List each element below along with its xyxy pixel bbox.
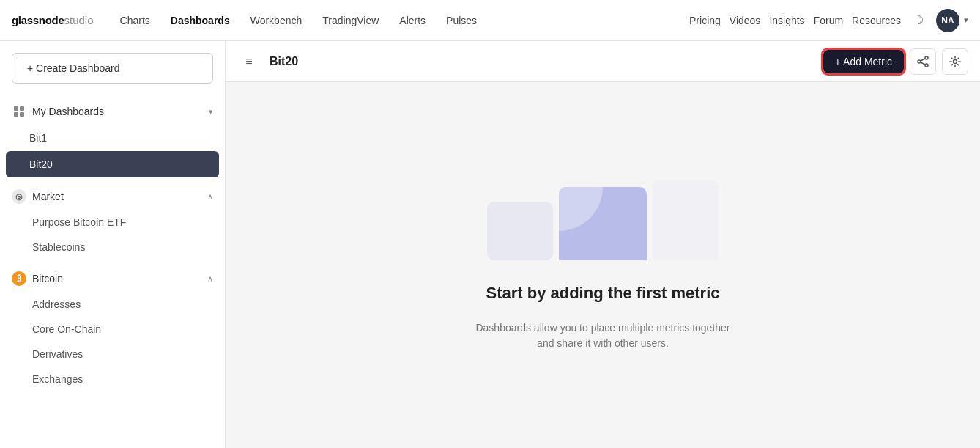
- user-menu[interactable]: NA ▾: [936, 9, 968, 32]
- nav-right: Pricing Videos Insights Forum Resources …: [689, 9, 968, 32]
- market-category: ◎ Market ∧ Purpose Bitcoin ETF Stablecoi…: [0, 183, 225, 260]
- logo-text: glassnode: [12, 14, 64, 26]
- avatar[interactable]: NA: [936, 9, 959, 32]
- header-actions: + Add Metric: [823, 48, 968, 75]
- bitcoin-category-header[interactable]: ₿ Bitcoin ∧: [0, 265, 225, 292]
- main-header: ≡ Bit20 + Add Metric: [226, 41, 980, 82]
- nav-charts[interactable]: Charts: [111, 10, 159, 31]
- nav-alerts[interactable]: Alerts: [390, 10, 434, 31]
- sidebar: + Create Dashboard My Dashboards ▾ Bit1 …: [0, 41, 226, 448]
- svg-line-8: [921, 62, 925, 65]
- bitcoin-category: ₿ Bitcoin ∧ Addresses Core On-Chain Deri…: [0, 265, 225, 392]
- dashboard-bit1[interactable]: Bit1: [6, 125, 219, 151]
- nav-workbench[interactable]: Workbench: [242, 10, 311, 31]
- nav-dashboards[interactable]: Dashboards: [162, 10, 239, 31]
- theme-toggle-icon[interactable]: ☽: [910, 12, 927, 29]
- illustration-block-1: [487, 202, 553, 260]
- top-nav: glassnode studio Charts Dashboards Workb…: [0, 0, 980, 41]
- my-dashboards-caret: ▾: [209, 107, 213, 117]
- nav-links: Charts Dashboards Workbench TradingView …: [111, 10, 689, 31]
- create-dashboard-button[interactable]: + Create Dashboard: [12, 53, 213, 84]
- market-category-header[interactable]: ◎ Market ∧: [0, 183, 225, 210]
- bitcoin-derivatives[interactable]: Derivatives: [0, 342, 225, 367]
- main-content: ≡ Bit20 + Add Metric: [226, 41, 980, 448]
- my-dashboards-label: My Dashboards: [32, 106, 203, 117]
- market-category-caret: ∧: [207, 192, 213, 202]
- dashboard-bit20[interactable]: Bit20: [6, 151, 219, 177]
- bitcoin-exchanges[interactable]: Exchanges: [0, 367, 225, 392]
- svg-line-7: [921, 59, 925, 61]
- my-dashboards-section[interactable]: My Dashboards ▾: [0, 98, 225, 125]
- nav-insights[interactable]: Insights: [769, 15, 804, 26]
- illustration-block-3: [653, 180, 719, 260]
- svg-rect-2: [14, 112, 18, 117]
- empty-state: Start by adding the first metric Dashboa…: [226, 82, 980, 448]
- empty-illustration: [487, 180, 719, 260]
- bitcoin-category-icon: ₿: [12, 271, 26, 286]
- nav-pricing[interactable]: Pricing: [689, 15, 721, 26]
- layout: + Create Dashboard My Dashboards ▾ Bit1 …: [0, 41, 980, 448]
- dashboard-title: Bit20: [270, 55, 814, 68]
- nav-resources[interactable]: Resources: [852, 15, 901, 26]
- market-stablecoins[interactable]: Stablecoins: [0, 235, 225, 260]
- svg-rect-0: [14, 106, 18, 111]
- nav-forum[interactable]: Forum: [814, 15, 843, 26]
- hamburger-menu-icon[interactable]: ≡: [237, 50, 261, 73]
- bitcoin-category-caret: ∧: [207, 274, 213, 284]
- svg-point-6: [925, 64, 928, 67]
- market-category-icon: ◎: [12, 189, 26, 204]
- svg-rect-3: [20, 112, 24, 117]
- share-icon[interactable]: [910, 48, 936, 75]
- empty-description: Dashboards allow you to place multiple m…: [475, 320, 730, 351]
- user-menu-caret: ▾: [964, 15, 968, 25]
- market-purpose-bitcoin-etf[interactable]: Purpose Bitcoin ETF: [0, 210, 225, 235]
- empty-title: Start by adding the first metric: [486, 284, 719, 303]
- nav-videos[interactable]: Videos: [730, 15, 761, 26]
- bitcoin-core-on-chain[interactable]: Core On-Chain: [0, 317, 225, 342]
- bitcoin-addresses[interactable]: Addresses: [0, 292, 225, 317]
- logo[interactable]: glassnode studio: [12, 14, 94, 26]
- svg-point-4: [925, 56, 928, 59]
- svg-rect-1: [20, 106, 24, 111]
- nav-pulses[interactable]: Pulses: [437, 10, 486, 31]
- add-metric-button[interactable]: + Add Metric: [823, 50, 904, 73]
- svg-point-9: [954, 59, 957, 63]
- dashboard-grid-icon: [12, 104, 26, 119]
- bitcoin-category-label: Bitcoin: [32, 273, 201, 284]
- nav-tradingview[interactable]: TradingView: [313, 10, 387, 31]
- settings-icon[interactable]: [942, 48, 968, 75]
- illustration-block-2: [559, 187, 647, 260]
- market-category-label: Market: [32, 191, 201, 202]
- logo-studio: studio: [64, 14, 94, 26]
- svg-point-5: [918, 60, 921, 63]
